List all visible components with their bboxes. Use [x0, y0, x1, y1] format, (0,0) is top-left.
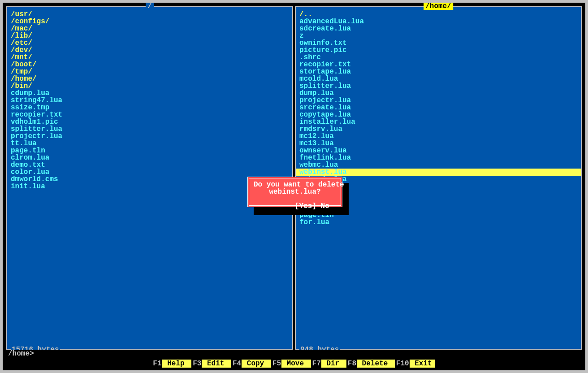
list-item[interactable]: vdholm1.pic	[11, 118, 292, 126]
list-item[interactable]: string47.lua	[11, 97, 292, 104]
fkey-exit[interactable]: F10 Exit	[396, 360, 436, 368]
list-item[interactable]: /etc/	[11, 39, 292, 47]
fkey-label: Move	[281, 360, 311, 368]
list-item[interactable]: sdcreate.lua	[299, 25, 581, 32]
command-prompt: /home>	[8, 350, 34, 358]
list-item[interactable]: /tmp/	[11, 68, 292, 75]
list-item[interactable]: /dev/	[11, 47, 292, 54]
fkey-delete[interactable]: F8 Delete	[347, 360, 396, 368]
fkey-label: Edit	[202, 360, 231, 368]
list-item[interactable]: cdump.lua	[11, 90, 292, 97]
fkey-label: Copy	[242, 360, 271, 368]
list-item[interactable]: page.tln	[11, 147, 292, 154]
list-item[interactable]: demo.txt	[11, 161, 292, 169]
list-item[interactable]: rmdsrv.lua	[299, 126, 581, 133]
inner-border: / /usr//configs//mac//lib//etc//dev//mnt…	[3, 3, 585, 370]
dialog-no-button[interactable]: No	[321, 202, 329, 210]
list-item[interactable]: webinst.lua	[299, 169, 581, 176]
list-item[interactable]: /mac/	[11, 25, 292, 32]
list-item[interactable]: mc13.lua	[299, 140, 581, 147]
list-item[interactable]: fnetlink.lua	[299, 154, 581, 161]
list-item[interactable]: /home/	[11, 75, 292, 82]
fkey-num: F7	[312, 360, 321, 368]
list-item[interactable]: stortape.lua	[299, 68, 581, 75]
list-item[interactable]: dump.lua	[299, 90, 581, 97]
list-item[interactable]: srcreate.lua	[299, 104, 581, 111]
list-item[interactable]: webmc.lua	[299, 161, 581, 169]
list-item[interactable]: z	[299, 32, 581, 39]
list-item[interactable]: picture.pic	[299, 47, 581, 54]
list-item[interactable]: splitter.lua	[299, 82, 581, 90]
fkey-label: Dir	[321, 360, 346, 368]
fkey-num: F8	[347, 360, 357, 368]
left-panel-title: /	[146, 3, 154, 10]
list-item[interactable]: ownserv.lua	[299, 147, 581, 154]
dialog-line-2: webinst.lua?	[254, 188, 336, 195]
list-item[interactable]: clrom.lua	[11, 154, 292, 161]
command-line[interactable]: /home>	[6, 350, 582, 358]
list-item[interactable]: for.lua	[299, 219, 581, 226]
fkey-num: F3	[192, 360, 202, 368]
right-panel-title: /home/	[424, 3, 453, 10]
list-item[interactable]: tt.lua	[11, 140, 292, 147]
list-item[interactable]: splitter.lua	[11, 126, 292, 133]
fkey-label: Delete	[357, 360, 395, 368]
fkey-copy[interactable]: F4 Copy	[232, 360, 272, 368]
list-item[interactable]: /mnt/	[11, 54, 292, 61]
fkey-num: F5	[272, 360, 281, 368]
list-item[interactable]: advancedLua.lua	[299, 18, 581, 25]
fkey-dir[interactable]: F7 Dir	[312, 360, 347, 368]
list-item[interactable]: recopier.txt	[11, 111, 292, 118]
list-item[interactable]: copytape.lua	[299, 111, 581, 118]
fkey-num: F1	[152, 360, 162, 368]
dialog-options: [Yes] No	[254, 195, 336, 203]
list-item[interactable]: owninfo.txt	[299, 39, 581, 47]
list-item[interactable]: /lib/	[11, 32, 292, 39]
list-item[interactable]: /..	[299, 11, 581, 18]
fkey-num: F4	[232, 360, 242, 368]
list-item[interactable]: recopier.txt	[299, 61, 581, 68]
list-item[interactable]: .shrc	[299, 54, 581, 61]
list-item[interactable]: ssize.tmp	[11, 104, 292, 111]
list-item[interactable]: installer.lua	[299, 118, 581, 126]
list-item[interactable]: /bin/	[11, 82, 292, 90]
dialog-line-1: Do you want to delete	[254, 181, 336, 188]
screen: / /usr//configs//mac//lib//etc//dev//mnt…	[0, 0, 588, 373]
list-item[interactable]: projectr.lua	[299, 97, 581, 104]
fkey-help[interactable]: F1 Help	[152, 360, 192, 368]
fkey-label: Exit	[410, 360, 435, 368]
fkey-label: Help	[162, 360, 192, 368]
list-item[interactable]: mc12.lua	[299, 133, 581, 140]
list-item[interactable]: /usr/	[11, 11, 292, 18]
fkey-num: F10	[396, 360, 410, 368]
list-item[interactable]: projectr.lua	[11, 133, 292, 140]
fkey-edit[interactable]: F3 Edit	[192, 360, 232, 368]
list-item[interactable]: /configs/	[11, 18, 292, 25]
list-item[interactable]: mcold.lua	[299, 75, 581, 82]
list-item[interactable]: color.lua	[11, 169, 292, 176]
dialog-yes-button[interactable]: [Yes]	[295, 202, 316, 210]
delete-confirm-dialog[interactable]: Do you want to delete webinst.lua? [Yes]…	[247, 177, 342, 207]
fkey-move[interactable]: F5 Move	[272, 360, 312, 368]
function-key-bar: F1 Help F3 Edit F4 Copy F5 Move F7 Dir F…	[4, 360, 584, 368]
list-item[interactable]: /boot/	[11, 61, 292, 68]
